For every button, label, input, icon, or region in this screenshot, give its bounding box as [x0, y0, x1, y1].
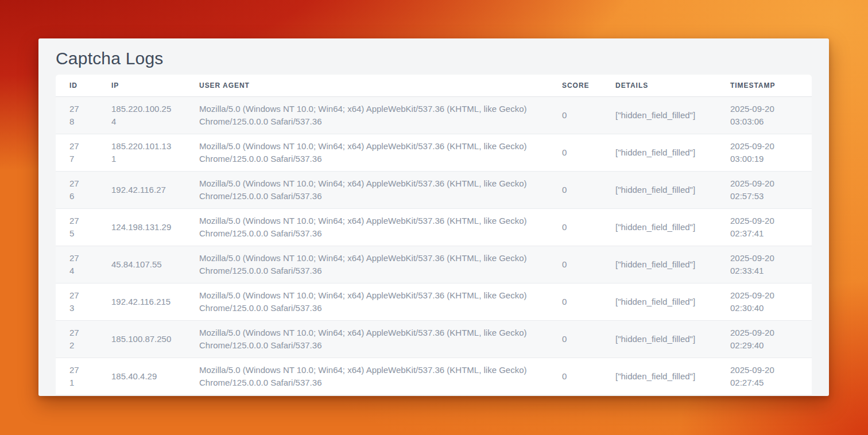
- cell-user_agent: Mozilla/5.0 (Windows NT 10.0; Win64; x64…: [185, 320, 548, 358]
- cell-ip: 192.42.116.215: [98, 283, 185, 320]
- captcha-logs-table: IDIPUSER AGENTSCOREDETAILSTIMESTAMP 2781…: [56, 75, 812, 395]
- cell-timestamp: 2025-09-20 02:27:45: [716, 358, 812, 395]
- table-row: 27445.84.107.55Mozilla/5.0 (Windows NT 1…: [56, 246, 812, 283]
- cell-user_agent: Mozilla/5.0 (Windows NT 10.0; Win64; x64…: [185, 134, 548, 171]
- cell-score: 0: [548, 134, 602, 171]
- cell-ip: 185.40.4.29: [98, 358, 185, 395]
- column-header-id: ID: [56, 75, 98, 96]
- table-header-row: IDIPUSER AGENTSCOREDETAILSTIMESTAMP: [56, 75, 812, 96]
- column-header-user_agent: USER AGENT: [185, 75, 548, 96]
- cell-details: ["hidden_field_filled"]: [602, 208, 716, 246]
- table-row: 278185.220.100.254Mozilla/5.0 (Windows N…: [56, 96, 812, 134]
- cell-details: ["hidden_field_filled"]: [602, 171, 716, 208]
- table-row: 271185.40.4.29Mozilla/5.0 (Windows NT 10…: [56, 358, 812, 395]
- cell-id: 271: [56, 358, 98, 395]
- cell-id: 276: [56, 171, 98, 208]
- cell-id: 272: [56, 320, 98, 358]
- cell-ip: 185.220.101.131: [98, 134, 185, 171]
- cell-ip: 185.100.87.250: [98, 320, 185, 358]
- cell-score: 0: [548, 96, 602, 134]
- cell-user_agent: Mozilla/5.0 (Windows NT 10.0; Win64; x64…: [185, 171, 548, 208]
- captcha-logs-card: Captcha Logs IDIPUSER AGENTSCOREDETAILST…: [38, 38, 829, 396]
- cell-user_agent: Mozilla/5.0 (Windows NT 10.0; Win64; x64…: [185, 358, 548, 395]
- cell-details: ["hidden_field_filled"]: [602, 358, 716, 395]
- cell-timestamp: 2025-09-20 03:03:06: [716, 96, 812, 134]
- cell-id: 278: [56, 96, 98, 134]
- column-header-score: SCORE: [548, 75, 602, 96]
- cell-score: 0: [548, 358, 602, 395]
- cell-id: 274: [56, 246, 98, 283]
- cell-score: 0: [548, 208, 602, 246]
- cell-details: ["hidden_field_filled"]: [602, 320, 716, 358]
- cell-id: 273: [56, 283, 98, 320]
- cell-ip: 45.84.107.55: [98, 246, 185, 283]
- column-header-ip: IP: [98, 75, 185, 96]
- table-row: 276192.42.116.27Mozilla/5.0 (Windows NT …: [56, 171, 812, 208]
- cell-user_agent: Mozilla/5.0 (Windows NT 10.0; Win64; x64…: [185, 208, 548, 246]
- cell-user_agent: Mozilla/5.0 (Windows NT 10.0; Win64; x64…: [185, 246, 548, 283]
- cell-id: 275: [56, 208, 98, 246]
- table-row: 272185.100.87.250Mozilla/5.0 (Windows NT…: [56, 320, 812, 358]
- cell-timestamp: 2025-09-20 02:33:41: [716, 246, 812, 283]
- captcha-logs-table-container: IDIPUSER AGENTSCOREDETAILSTIMESTAMP 2781…: [56, 75, 812, 395]
- cell-timestamp: 2025-09-20 02:30:40: [716, 283, 812, 320]
- cell-details: ["hidden_field_filled"]: [602, 246, 716, 283]
- page-title: Captcha Logs: [56, 48, 812, 69]
- cell-timestamp: 2025-09-20 03:00:19: [716, 134, 812, 171]
- table-body: 278185.220.100.254Mozilla/5.0 (Windows N…: [56, 96, 812, 395]
- cell-details: ["hidden_field_filled"]: [602, 134, 716, 171]
- page-background: { "page": { "title": "Captcha Logs" }, "…: [0, 0, 868, 435]
- cell-id: 277: [56, 134, 98, 171]
- column-header-timestamp: TIMESTAMP: [716, 75, 812, 96]
- table-row: 277185.220.101.131Mozilla/5.0 (Windows N…: [56, 134, 812, 171]
- table-row: 275124.198.131.29Mozilla/5.0 (Windows NT…: [56, 208, 812, 246]
- cell-score: 0: [548, 171, 602, 208]
- column-header-details: DETAILS: [602, 75, 716, 96]
- cell-user_agent: Mozilla/5.0 (Windows NT 10.0; Win64; x64…: [185, 283, 548, 320]
- cell-ip: 185.220.100.254: [98, 96, 185, 134]
- cell-timestamp: 2025-09-20 02:37:41: [716, 208, 812, 246]
- cell-score: 0: [548, 246, 602, 283]
- cell-details: ["hidden_field_filled"]: [602, 96, 716, 134]
- cell-score: 0: [548, 320, 602, 358]
- cell-ip: 124.198.131.29: [98, 208, 185, 246]
- cell-ip: 192.42.116.27: [98, 171, 185, 208]
- cell-score: 0: [548, 283, 602, 320]
- cell-user_agent: Mozilla/5.0 (Windows NT 10.0; Win64; x64…: [185, 96, 548, 134]
- cell-details: ["hidden_field_filled"]: [602, 283, 716, 320]
- cell-timestamp: 2025-09-20 02:57:53: [716, 171, 812, 208]
- cell-timestamp: 2025-09-20 02:29:40: [716, 320, 812, 358]
- table-row: 273192.42.116.215Mozilla/5.0 (Windows NT…: [56, 283, 812, 320]
